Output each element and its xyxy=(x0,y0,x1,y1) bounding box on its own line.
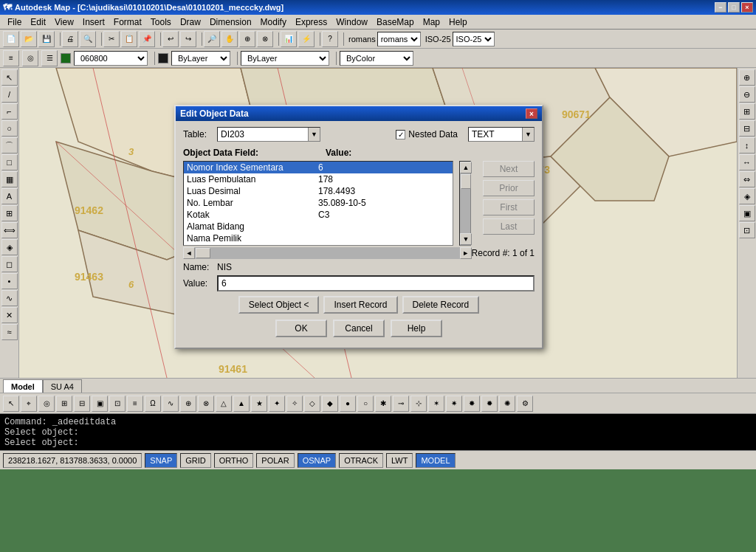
data-row-6[interactable]: Nama Pemilik xyxy=(184,232,453,244)
xline-btn[interactable]: ✕ xyxy=(1,307,18,323)
last-button[interactable]: Last xyxy=(483,218,535,235)
spline-btn[interactable]: ∿ xyxy=(1,290,18,306)
next-button[interactable]: Next xyxy=(483,161,535,177)
hscroll-left-btn[interactable]: ◄ xyxy=(183,247,195,259)
save-btn[interactable]: 💾 xyxy=(38,31,55,47)
zoom-all-btn[interactable]: ⊕ xyxy=(239,31,255,47)
btoolbar-10[interactable]: ∿ xyxy=(162,396,179,412)
new-btn[interactable]: 📄 xyxy=(3,31,19,47)
zoom-btn[interactable]: 🔎 xyxy=(204,31,220,47)
line-btn[interactable]: / xyxy=(1,86,18,103)
linetype-select[interactable]: ByLayer xyxy=(171,51,230,66)
text-combo[interactable]: TEXT ▼ xyxy=(468,127,535,142)
btoolbar-28[interactable]: ✹ xyxy=(481,396,498,412)
data-row-5[interactable]: Alamat Bidang xyxy=(184,221,453,232)
data-row-0[interactable]: Nomor Index Sementara 6 xyxy=(184,162,453,173)
layer-state-btn[interactable]: ☰ xyxy=(41,50,58,66)
region-btn[interactable]: ◈ xyxy=(1,239,18,255)
snap-toggle[interactable]: SNAP xyxy=(145,453,177,468)
btoolbar-30[interactable]: ⚙ xyxy=(517,396,533,412)
circle-btn[interactable]: ○ xyxy=(1,120,18,137)
layer-select[interactable]: 060800 xyxy=(74,51,148,66)
btoolbar-27[interactable]: ✸ xyxy=(464,396,480,412)
data-row-7[interactable]: Penggunaan Tanah xyxy=(184,244,453,246)
ok-button[interactable]: OK xyxy=(275,320,327,337)
insert-btn[interactable]: ⊞ xyxy=(1,205,18,221)
data-row-4[interactable]: Kotak C3 xyxy=(184,209,453,221)
copy-btn[interactable]: 📋 xyxy=(121,31,137,47)
btoolbar-26[interactable]: ✷ xyxy=(446,396,462,412)
menu-draw[interactable]: Draw xyxy=(176,15,205,29)
redo-btn[interactable]: ↪ xyxy=(180,31,196,47)
btoolbar-8[interactable]: ≡ xyxy=(127,396,143,412)
hatch-btn[interactable]: ▦ xyxy=(1,171,18,187)
first-button[interactable]: First xyxy=(483,199,535,215)
hscroll-thumb[interactable] xyxy=(196,248,210,258)
btoolbar-29[interactable]: ✺ xyxy=(499,396,515,412)
nested-data-checkbox[interactable]: ✓ xyxy=(396,130,405,139)
polyline-btn[interactable]: ⌐ xyxy=(1,103,18,120)
lwt-toggle[interactable]: LWT xyxy=(386,453,413,468)
btoolbar-25[interactable]: ✶ xyxy=(428,396,444,412)
btoolbar-3[interactable]: ◎ xyxy=(38,396,55,412)
lineweight-select[interactable]: ByLayer xyxy=(241,51,329,66)
iso-select[interactable]: ISO-25 xyxy=(453,32,495,46)
color-select[interactable]: ByColor xyxy=(340,51,413,66)
select-object-button[interactable]: Select Object < xyxy=(238,296,320,314)
menu-help[interactable]: Help xyxy=(444,15,472,29)
insert-record-button[interactable]: Insert Record xyxy=(323,296,397,314)
polar-toggle[interactable]: POLAR xyxy=(256,453,294,468)
coordinates-display[interactable]: 238218.1627, 813788.3633, 0.0000 xyxy=(3,453,142,468)
zoom-prev-btn[interactable]: ⊗ xyxy=(257,31,273,47)
scroll-up-btn[interactable]: ▲ xyxy=(460,162,472,173)
menu-format[interactable]: Format xyxy=(109,15,146,29)
right-btn-9[interactable]: ▣ xyxy=(739,205,755,221)
paste-btn[interactable]: 📌 xyxy=(139,31,155,47)
text-combo-arrow[interactable]: ▼ xyxy=(522,128,534,141)
undo-btn[interactable]: ↩ xyxy=(162,31,179,47)
tab-model[interactable]: Model xyxy=(3,379,43,393)
osnap-toggle[interactable]: OSNAP xyxy=(298,453,337,468)
right-btn-4[interactable]: ⊟ xyxy=(739,120,755,137)
table-combo-arrow[interactable]: ▼ xyxy=(308,128,320,141)
menu-file[interactable]: File xyxy=(3,15,26,29)
font-select[interactable]: romans xyxy=(377,32,421,46)
help-button[interactable]: Help xyxy=(391,320,442,337)
btoolbar-1[interactable]: ↖ xyxy=(3,396,19,412)
right-btn-3[interactable]: ⊞ xyxy=(739,103,755,120)
list-scrollbar[interactable]: ▲ ▼ xyxy=(459,161,471,246)
dim-btn[interactable]: ⟺ xyxy=(1,222,18,238)
data-row-3[interactable]: No. Lembar 35.089-10-5 xyxy=(184,197,453,209)
text-btn[interactable]: A xyxy=(1,188,18,204)
menu-basemap[interactable]: BaseMap xyxy=(372,15,419,29)
btoolbar-17[interactable]: ✧ xyxy=(286,396,303,412)
wipeout-btn[interactable]: ◻ xyxy=(1,256,18,272)
btoolbar-22[interactable]: ✱ xyxy=(375,396,391,412)
menu-dimension[interactable]: Dimension xyxy=(205,15,256,29)
menu-map[interactable]: Map xyxy=(419,15,444,29)
value-input-field[interactable] xyxy=(217,275,535,291)
btoolbar-23[interactable]: ⊸ xyxy=(393,396,409,412)
minimize-button[interactable]: − xyxy=(715,2,726,13)
btoolbar-14[interactable]: ▲ xyxy=(233,396,250,412)
btoolbar-16[interactable]: ✦ xyxy=(269,396,285,412)
btoolbar-11[interactable]: ⊕ xyxy=(180,396,196,412)
hscroll-right-btn[interactable]: ► xyxy=(460,247,472,259)
menu-insert[interactable]: Insert xyxy=(78,15,109,29)
data-row-1[interactable]: Luas Pembulatan 178 xyxy=(184,173,453,185)
right-btn-7[interactable]: ⇔ xyxy=(739,171,755,187)
layer-btn[interactable]: ≡ xyxy=(3,50,19,66)
data-list[interactable]: Nomor Index Sementara 6 Luas Pembulatan … xyxy=(183,161,453,246)
btoolbar-5[interactable]: ⊟ xyxy=(74,396,90,412)
cancel-button[interactable]: Cancel xyxy=(333,320,385,337)
btoolbar-19[interactable]: ◆ xyxy=(322,396,338,412)
dialog-title-bar[interactable]: Edit Object Data × xyxy=(176,106,542,121)
ortho-toggle[interactable]: ORTHO xyxy=(214,453,254,468)
window-close-button[interactable]: × xyxy=(741,2,753,13)
right-btn-10[interactable]: ⊡ xyxy=(739,222,755,238)
preview-btn[interactable]: 🔍 xyxy=(80,31,96,47)
match-btn[interactable]: ⚡ xyxy=(298,31,315,47)
menu-tools[interactable]: Tools xyxy=(146,15,176,29)
model-toggle[interactable]: MODEL xyxy=(416,453,455,468)
cut-btn[interactable]: ✂ xyxy=(103,31,120,47)
